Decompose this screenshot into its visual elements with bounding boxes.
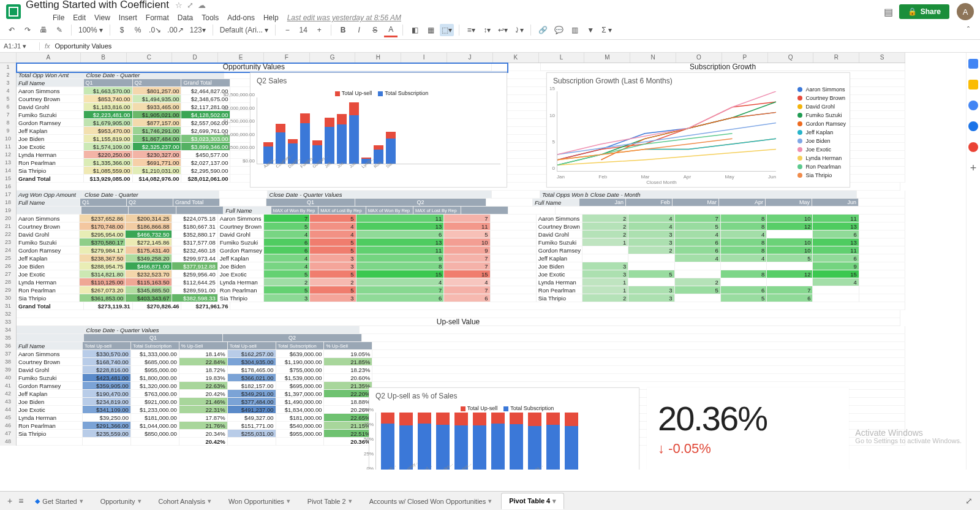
cell[interactable] [486, 199, 533, 207]
sheet-tab[interactable]: Won Opportunities ▾ [221, 493, 298, 509]
col-header[interactable]: M [584, 53, 630, 63]
cell[interactable] [461, 207, 508, 215]
cell[interactable]: 3 [264, 294, 310, 302]
cell[interactable]: $181,000.00 [131, 414, 179, 422]
cell[interactable]: $14,082,976.00 [133, 175, 182, 183]
cell[interactable]: Aaron Simmons [17, 215, 80, 223]
cell[interactable]: $1,210,031.00 [133, 167, 182, 175]
row-header[interactable]: 19 [0, 207, 17, 215]
cell[interactable]: $352,880.17 [172, 230, 218, 238]
cell[interactable]: $370,580.17 [80, 238, 126, 246]
row-header[interactable]: 47 [0, 430, 17, 438]
row-header[interactable]: 36 [0, 342, 17, 350]
cell[interactable]: $1,320,000.00 [131, 382, 179, 390]
cell[interactable]: 4 [264, 230, 310, 238]
cell[interactable]: $382,598.33 [172, 294, 218, 302]
cell[interactable]: $639,000.00 [276, 350, 325, 358]
cell[interactable]: Sia Thripio [17, 294, 80, 302]
cell[interactable]: Close Date - Quarter [83, 191, 219, 199]
cell[interactable]: 10 [444, 238, 490, 246]
cell[interactable]: 6 [264, 238, 310, 246]
maps-icon[interactable] [968, 142, 978, 152]
cell[interactable]: 19.83% [179, 374, 228, 382]
cell[interactable]: 5 [310, 238, 356, 246]
cell[interactable]: Sia Thripio [17, 167, 84, 175]
row-header[interactable]: 41 [0, 382, 17, 390]
cell[interactable] [857, 191, 905, 199]
row-header[interactable]: 22 [0, 230, 17, 238]
cell[interactable]: $115,163.50 [126, 278, 172, 286]
menu-edit[interactable]: Edit [73, 13, 86, 22]
row-header[interactable]: 38 [0, 358, 17, 366]
cell[interactable]: $1,800,000.00 [131, 374, 179, 382]
cell[interactable]: MAX of Lost By Rep [318, 207, 366, 215]
col-header[interactable]: J [447, 53, 493, 63]
cell[interactable]: Subscription Growth [541, 63, 905, 71]
calendar-icon[interactable] [968, 59, 978, 69]
row-header[interactable]: 30 [0, 294, 17, 302]
col-header[interactable]: S [859, 53, 905, 63]
cell[interactable] [628, 278, 674, 286]
cell[interactable] [372, 374, 905, 382]
sheet-tab[interactable]: ◆Get Started ▾ [27, 493, 91, 509]
col-header[interactable]: P [722, 53, 768, 63]
cell[interactable] [859, 238, 905, 246]
cell[interactable] [131, 438, 179, 446]
cell[interactable]: 7 [767, 286, 813, 294]
toolbar-collapse-icon[interactable]: ˆ [962, 24, 975, 36]
cell[interactable]: $695,000.00 [276, 382, 325, 390]
cell[interactable]: $267,073.20 [80, 286, 126, 294]
cell[interactable]: David Grohl [17, 230, 80, 238]
cell[interactable]: $1,190,000.00 [276, 358, 325, 366]
cell[interactable]: Joe Biden [17, 262, 80, 270]
cell[interactable] [628, 262, 674, 270]
cell[interactable]: Sia Thripio [218, 294, 264, 302]
cell[interactable]: Jeff Kaplan [218, 254, 264, 262]
cell[interactable] [372, 342, 905, 350]
cell[interactable] [372, 358, 905, 366]
cell[interactable]: 6 [675, 238, 721, 246]
cell[interactable]: $2,325,237.00 [133, 143, 182, 151]
cell[interactable]: Close Date - Month [589, 191, 857, 199]
cell[interactable]: 3 [628, 238, 674, 246]
cell[interactable] [492, 191, 540, 199]
cell[interactable]: 4 [628, 215, 674, 223]
cell[interactable]: 4 [675, 230, 721, 238]
cell[interactable]: 18.88% [324, 398, 372, 406]
cell[interactable] [17, 310, 900, 318]
zoom-select[interactable]: 100% ▾ [77, 24, 105, 36]
cell[interactable]: Courtney Brown [17, 95, 84, 103]
cell[interactable]: 3 [582, 270, 628, 278]
row-header[interactable]: 15 [0, 175, 17, 183]
cell[interactable]: Sia Thripio [537, 294, 582, 302]
fill-icon[interactable]: ◧ [408, 24, 421, 36]
cell[interactable]: Gordon Ramsey [17, 119, 84, 127]
cell[interactable]: $13,929,085.00 [84, 175, 133, 183]
cell[interactable]: $170,748.00 [80, 223, 126, 230]
cell[interactable]: 11 [444, 223, 490, 230]
cell[interactable]: $289,591.00 [172, 286, 218, 294]
row-header[interactable]: 13 [0, 159, 17, 167]
legend-item[interactable]: Ron Pearlman [797, 162, 846, 171]
row-header[interactable]: 20 [0, 215, 17, 223]
cell[interactable]: $190,470.00 [83, 390, 131, 398]
chart-icon[interactable]: ▥ [568, 24, 581, 36]
cell[interactable]: 5 [264, 223, 310, 230]
cell[interactable] [675, 262, 721, 270]
menu-format[interactable]: Format [146, 13, 169, 22]
cell[interactable]: 13 [813, 223, 859, 230]
cell[interactable]: $801,257.00 [133, 87, 182, 95]
row-header[interactable]: 7 [0, 111, 17, 119]
cell[interactable]: $1,574,109.00 [84, 143, 133, 151]
bar[interactable] [337, 114, 347, 164]
cell[interactable]: Total Up-sell [228, 342, 276, 350]
menu-file[interactable]: File [53, 13, 64, 22]
row-header[interactable]: 40 [0, 374, 17, 382]
cell[interactable]: 4 [813, 278, 859, 286]
cell[interactable]: Joe Biden [17, 135, 84, 143]
bar[interactable] [381, 413, 394, 470]
cell[interactable]: 4 [628, 223, 674, 230]
cell[interactable]: Courtney Brown [218, 223, 264, 230]
cell[interactable]: Jun [812, 199, 859, 207]
menu-data[interactable]: Data [178, 13, 193, 22]
